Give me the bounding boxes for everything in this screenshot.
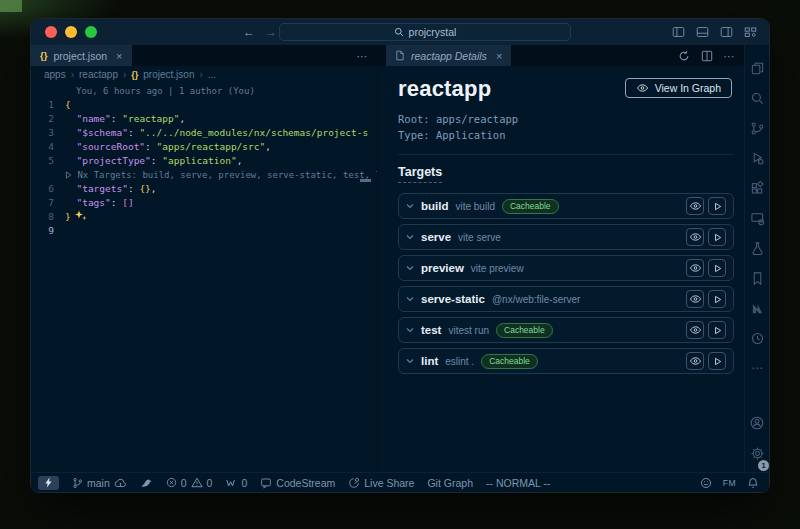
code-editor[interactable]: You, 6 hours ago | 1 author (You) 1{2 "n… bbox=[31, 83, 377, 472]
bookmarks-icon[interactable] bbox=[745, 263, 769, 293]
problems-indicator[interactable]: 0 0 bbox=[166, 477, 213, 489]
command-center-search[interactable]: projcrystal bbox=[279, 23, 571, 41]
target-command: vitest run bbox=[448, 325, 489, 336]
refresh-icon[interactable] bbox=[678, 50, 690, 62]
target-row-serve[interactable]: servevite serve bbox=[398, 224, 734, 250]
toggle-panel-icon[interactable] bbox=[696, 26, 709, 38]
code-line[interactable]: 9 bbox=[31, 224, 377, 238]
radio-counter-indicator[interactable]: 0 bbox=[225, 477, 247, 489]
chevron-down-icon[interactable] bbox=[406, 203, 414, 209]
zoom-window-button[interactable] bbox=[85, 26, 97, 38]
breadcrumb-item-apps[interactable]: apps bbox=[44, 69, 66, 80]
settings-gear-icon[interactable]: 1 bbox=[749, 438, 765, 468]
code-line[interactable]: 4 "sourceRoot": "apps/reactapp/src", bbox=[31, 140, 377, 154]
token-punct: , bbox=[237, 155, 243, 166]
code-line[interactable]: 2 "name": "reactapp", bbox=[31, 112, 377, 126]
minimize-window-button[interactable] bbox=[65, 26, 77, 38]
token-key: "tags" bbox=[76, 197, 110, 208]
testing-flask-icon[interactable] bbox=[745, 233, 769, 263]
remote-explorer-icon[interactable] bbox=[745, 203, 769, 233]
tab-reactapp-details[interactable]: reactapp Details × bbox=[386, 45, 511, 66]
source-control-icon[interactable] bbox=[745, 113, 769, 143]
token-punct: , bbox=[265, 141, 271, 152]
code-line[interactable]: 1{ bbox=[31, 98, 377, 112]
run-targets-hint-icon[interactable] bbox=[65, 171, 72, 179]
code-line[interactable]: 7 "tags": [] bbox=[31, 196, 377, 210]
tab-project-json[interactable]: {} project.json × bbox=[31, 45, 132, 66]
chevron-down-icon[interactable] bbox=[406, 327, 414, 333]
git-branch-indicator[interactable]: main bbox=[72, 477, 127, 489]
chevron-down-icon[interactable] bbox=[406, 296, 414, 302]
view-target-button[interactable] bbox=[686, 197, 704, 215]
nx-console-icon[interactable] bbox=[745, 293, 769, 323]
bird-icon bbox=[140, 477, 153, 489]
more-actions-button[interactable]: ⋯ bbox=[724, 50, 735, 62]
view-target-button[interactable] bbox=[686, 352, 704, 370]
run-target-button[interactable] bbox=[708, 259, 726, 277]
more-views-icon[interactable]: ⋯ bbox=[745, 353, 769, 383]
breadcrumb-item-reactapp[interactable]: reactapp bbox=[79, 69, 118, 80]
notifications-indicator[interactable] bbox=[747, 477, 759, 489]
view-target-button[interactable] bbox=[686, 228, 704, 246]
chevron-down-icon[interactable] bbox=[406, 234, 414, 240]
accounts-icon[interactable] bbox=[749, 408, 765, 438]
extension-bird-indicator[interactable] bbox=[140, 477, 153, 489]
view-target-button[interactable] bbox=[686, 321, 704, 339]
breadcrumb-item-symbol[interactable]: ... bbox=[208, 69, 216, 80]
run-target-button[interactable] bbox=[708, 228, 726, 246]
live-share-indicator[interactable]: Live Share bbox=[348, 477, 414, 489]
search-icon[interactable] bbox=[745, 83, 769, 113]
target-row-preview[interactable]: previewvite preview bbox=[398, 255, 734, 281]
divider bbox=[398, 154, 734, 155]
chevron-down-icon[interactable] bbox=[406, 265, 414, 271]
sparkle-icon[interactable] bbox=[74, 210, 88, 221]
close-tab-icon[interactable]: × bbox=[496, 50, 502, 62]
run-target-button[interactable] bbox=[708, 197, 726, 215]
token-punct: : bbox=[128, 183, 139, 194]
tab-label: project.json bbox=[53, 50, 107, 62]
line-content: "$schema": "../../node_modules/nx/schema… bbox=[65, 126, 368, 140]
view-target-button[interactable] bbox=[686, 259, 704, 277]
back-arrow-icon[interactable]: ← bbox=[243, 25, 255, 39]
target-row-lint[interactable]: linteslint .Cacheable bbox=[398, 348, 734, 374]
breadcrumb-item-file[interactable]: project.json bbox=[143, 69, 194, 80]
nx-lightning-button[interactable] bbox=[38, 476, 59, 490]
forward-arrow-icon[interactable]: → bbox=[265, 25, 277, 39]
code-line[interactable]: 3 "$schema": "../../node_modules/nx/sche… bbox=[31, 126, 377, 140]
close-tab-icon[interactable]: × bbox=[116, 50, 122, 62]
vscode-window: ← → projcrystal {} project.json × bbox=[30, 18, 770, 493]
codestream-indicator[interactable]: CodeStream bbox=[260, 477, 335, 489]
close-window-button[interactable] bbox=[45, 26, 57, 38]
codelens-authors[interactable]: You, 6 hours ago | 1 author (You) bbox=[31, 85, 377, 98]
more-actions-button[interactable]: ⋯ bbox=[357, 50, 368, 62]
run-debug-icon[interactable] bbox=[745, 143, 769, 173]
view-target-button[interactable] bbox=[686, 290, 704, 308]
cacheable-badge: Cacheable bbox=[481, 354, 538, 369]
language-mode-indicator[interactable]: FM bbox=[723, 478, 736, 488]
vim-mode-indicator[interactable]: -- NORMAL -- bbox=[486, 477, 550, 489]
run-target-button[interactable] bbox=[708, 321, 726, 339]
target-row-build[interactable]: buildvite buildCacheable bbox=[398, 193, 734, 219]
extensions-icon[interactable] bbox=[745, 173, 769, 203]
target-row-serve-static[interactable]: serve-static@nx/web:file-server bbox=[398, 286, 734, 312]
history-clock-icon[interactable] bbox=[745, 323, 769, 353]
json-symbol-icon: {} bbox=[131, 70, 138, 80]
line-content: { bbox=[65, 98, 71, 112]
explorer-icon[interactable] bbox=[745, 53, 769, 83]
customize-layout-icon[interactable] bbox=[744, 26, 757, 38]
code-line[interactable]: 8} bbox=[31, 210, 377, 224]
inlay-hint-line[interactable]: Nx Targets: build, serve, preview, serve… bbox=[31, 168, 377, 182]
view-in-graph-button[interactable]: View In Graph bbox=[625, 78, 732, 98]
feedback-smiley-indicator[interactable] bbox=[700, 477, 712, 489]
target-row-test[interactable]: testvitest runCacheable bbox=[398, 317, 734, 343]
chevron-down-icon[interactable] bbox=[406, 358, 414, 364]
code-line[interactable]: 6 "targets": {}, bbox=[31, 182, 377, 196]
git-graph-indicator[interactable]: Git Graph bbox=[427, 477, 473, 489]
toggle-secondary-sidebar-icon[interactable] bbox=[720, 26, 733, 38]
line-content: Nx Targets: build, serve, preview, serve… bbox=[65, 168, 377, 182]
run-target-button[interactable] bbox=[708, 352, 726, 370]
run-target-button[interactable] bbox=[708, 290, 726, 308]
split-editor-icon[interactable] bbox=[701, 50, 713, 62]
toggle-primary-sidebar-icon[interactable] bbox=[672, 26, 685, 38]
code-line[interactable]: 5 "projectType": "application", bbox=[31, 154, 377, 168]
